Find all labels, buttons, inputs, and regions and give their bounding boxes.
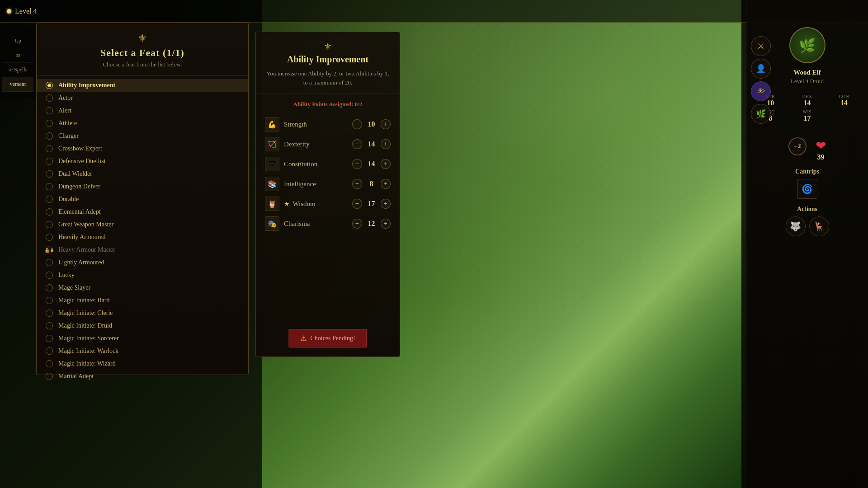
stat-con-value: 14 xyxy=(827,99,861,107)
feat-item-crossbow-expert[interactable]: Crossbow Expert xyxy=(37,142,248,155)
ability-btn-plus-strength[interactable]: + xyxy=(381,119,391,129)
feat-name-ability-improvement: Ability Improvement xyxy=(58,82,115,89)
feat-item-dungeon-delver[interactable]: Dungeon Delver xyxy=(37,180,248,193)
feat-radio-martial-adept xyxy=(46,373,53,380)
ability-row-strength: 💪Strength−10+ xyxy=(265,117,391,131)
stat-con: CON 14 xyxy=(827,94,861,107)
feat-radio-great-weapon-master xyxy=(46,221,53,228)
feat-radio-magic-initiate-bard xyxy=(46,297,53,304)
hp-value: 39 xyxy=(817,153,825,161)
feat-item-magic-initiate-cleric[interactable]: Magic Initiate: Cleric xyxy=(37,307,248,319)
action-slot-2[interactable]: 🦌 xyxy=(809,216,829,236)
feat-item-lightly-armoured[interactable]: Lightly Armoured xyxy=(37,256,248,269)
ability-panel: ⚜ Ability Improvement You increase one A… xyxy=(255,32,400,357)
ability-name-wisdom: ★ Wisdom xyxy=(284,200,348,208)
feat-item-actor[interactable]: Actor xyxy=(37,92,248,104)
feat-item-athlete[interactable]: Athlete xyxy=(37,117,248,130)
ability-panel-icon: ⚜ xyxy=(265,41,391,52)
feat-name-actor: Actor xyxy=(58,94,73,102)
ability-btn-minus-charisma[interactable]: − xyxy=(352,219,362,229)
feat-name-dual-wielder: Dual Wielder xyxy=(58,170,92,178)
feat-name-heavy-armour-master: Heavy Armour Master xyxy=(58,246,115,253)
sidebar-icon-person[interactable]: 👤 xyxy=(751,59,771,79)
stat-wis: WIS 17 xyxy=(790,109,824,122)
char-race: Wood Elf xyxy=(793,69,821,76)
feat-name-heavily-armoured: Heavily Armoured xyxy=(58,234,106,241)
level-text: Level 4 xyxy=(15,7,37,15)
ability-icon-constitution: 🛡 xyxy=(265,157,279,171)
nav-item-vement[interactable]: vement xyxy=(2,77,33,92)
stat-con-label: CON xyxy=(827,94,861,99)
feat-item-elemental-adept[interactable]: Elemental Adept xyxy=(37,206,248,218)
sidebar-icon-eye[interactable]: 👁 xyxy=(751,81,771,101)
feat-item-heavy-armour-master[interactable]: 🔒Heavy Armour Master xyxy=(37,244,248,256)
feat-item-charger[interactable]: Charger xyxy=(37,130,248,142)
feat-name-lucky: Lucky xyxy=(58,272,75,279)
ability-btn-minus-wisdom[interactable]: − xyxy=(352,199,362,209)
feat-item-magic-initiate-druid[interactable]: Magic Initiate: Druid xyxy=(37,319,248,332)
nav-item-up[interactable]: Up xyxy=(2,34,33,48)
ability-controls-strength: −10+ xyxy=(352,119,391,129)
level-dot xyxy=(7,9,11,14)
ability-btn-minus-dexterity[interactable]: − xyxy=(352,139,362,149)
bonus-hp-section: +2 ❤ 39 xyxy=(788,129,826,161)
feat-radio-charger xyxy=(46,132,53,140)
sidebar-icons-left: ⚔ 👤 👁 🌿 xyxy=(751,36,771,124)
choices-pending-button[interactable]: ⚠ Choices Pending! xyxy=(288,329,367,347)
feat-radio-heavy-armour-master: 🔒 xyxy=(46,246,53,253)
feat-item-mage-slayer[interactable]: Mage Slayer xyxy=(37,282,248,294)
nav-item-ps[interactable]: ps xyxy=(2,48,33,63)
feat-item-magic-initiate-bard[interactable]: Magic Initiate: Bard xyxy=(37,294,248,307)
feat-item-great-weapon-master[interactable]: Great Weapon Master xyxy=(37,218,248,231)
feat-item-lucky[interactable]: Lucky xyxy=(37,269,248,282)
feat-radio-magic-initiate-warlock xyxy=(46,347,53,355)
feat-item-magic-initiate-warlock[interactable]: Magic Initiate: Warlock xyxy=(37,345,248,357)
stat-empty xyxy=(827,109,861,122)
feat-item-alert[interactable]: Alert xyxy=(37,104,248,117)
feat-name-magic-initiate-cleric: Magic Initiate: Cleric xyxy=(58,310,113,317)
feat-radio-magic-initiate-cleric xyxy=(46,310,53,317)
actions-label: Actions xyxy=(797,206,817,213)
ability-value-strength: 10 xyxy=(366,120,377,128)
ability-btn-plus-wisdom[interactable]: + xyxy=(381,199,391,209)
ability-btn-plus-charisma[interactable]: + xyxy=(381,219,391,229)
sidebar-icon-leaf[interactable]: 🌿 xyxy=(751,104,771,124)
feat-item-defensive-duellist[interactable]: Defensive Duellist xyxy=(37,155,248,168)
bonus-circle: +2 xyxy=(788,137,807,155)
feat-radio-elemental-adept xyxy=(46,208,53,216)
ability-btn-minus-strength[interactable]: − xyxy=(352,119,362,129)
nav-item-spells[interactable]: re Spells xyxy=(2,63,33,77)
ability-btn-minus-intelligence[interactable]: − xyxy=(352,179,362,189)
feat-item-dual-wielder[interactable]: Dual Wielder xyxy=(37,168,248,180)
feat-name-magic-initiate-sorcerer: Magic Initiate: Sorcerer xyxy=(58,335,119,342)
ability-btn-plus-dexterity[interactable]: + xyxy=(381,139,391,149)
feat-name-elemental-adept: Elemental Adept xyxy=(58,208,101,216)
char-class: Level 4 Druid xyxy=(791,78,824,85)
ability-icon-intelligence: 📚 xyxy=(265,177,279,191)
ability-controls-intelligence: −8+ xyxy=(352,179,391,189)
ability-btn-plus-intelligence[interactable]: + xyxy=(381,179,391,189)
ability-controls-charisma: −12+ xyxy=(352,219,391,229)
feat-item-magic-initiate-sorcerer[interactable]: Magic Initiate: Sorcerer xyxy=(37,332,248,345)
feat-list[interactable]: Ability ImprovementActorAlertAthleteChar… xyxy=(37,75,248,382)
right-sidebar: 🌿 ⚔ 👤 👁 🌿 Wood Elf Level 4 Druid STR 10 … xyxy=(746,0,868,488)
ability-btn-plus-constitution[interactable]: + xyxy=(381,159,391,169)
feat-name-durable: Durable xyxy=(58,196,79,203)
feat-item-durable[interactable]: Durable xyxy=(37,193,248,206)
ability-name-dexterity: Dexterity xyxy=(284,141,348,148)
action-slot-1[interactable]: 🐺 xyxy=(786,216,806,236)
ability-value-constitution: 14 xyxy=(366,160,377,168)
sidebar-icon-sword[interactable]: ⚔ xyxy=(751,36,771,56)
ability-row-charisma: 🎭Charisma−12+ xyxy=(265,216,391,231)
stat-wis-label: WIS xyxy=(790,109,824,114)
feat-item-magic-initiate-wizard[interactable]: Magic Initiate: Wizard xyxy=(37,357,248,370)
ability-name-charisma: Charisma xyxy=(284,220,348,228)
cantrip-slot[interactable]: 🌀 xyxy=(797,179,817,199)
feat-item-martial-adept[interactable]: Martial Adept xyxy=(37,370,248,382)
feat-panel-icon: ⚜ xyxy=(48,32,237,45)
ability-btn-minus-constitution[interactable]: − xyxy=(352,159,362,169)
feat-item-ability-improvement[interactable]: Ability Improvement xyxy=(37,79,248,92)
feat-item-heavily-armoured[interactable]: Heavily Armoured xyxy=(37,231,248,244)
ability-value-dexterity: 14 xyxy=(366,140,377,148)
ability-controls-wisdom: −17+ xyxy=(352,199,391,209)
